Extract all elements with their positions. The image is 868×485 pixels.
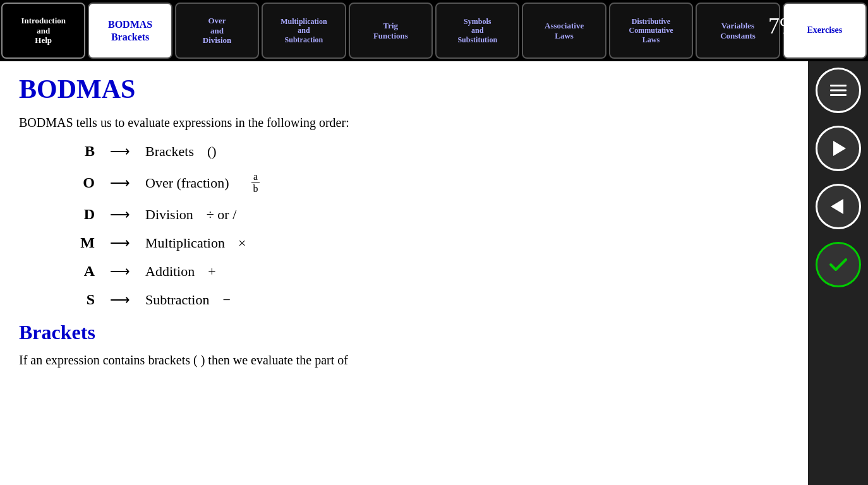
letter-b: B [69,143,95,160]
tab-multiplication[interactable]: MultiplicationandSubtraction [262,3,346,59]
desc-o: Over (fraction) a b [145,171,260,195]
tab-associative[interactable]: AssociativeLaws [522,3,606,59]
tab-trig[interactable]: TrigFunctions [349,3,433,59]
letter-a: A [69,263,95,280]
arrow-a: ⟶ [95,263,145,280]
svg-marker-4 [831,199,843,214]
page-heading: BODMAS [19,74,789,104]
desc-d: Division ÷ or / [145,207,236,223]
right-sidebar [808,61,868,485]
bodmas-row-b: B ⟶ Brackets () [69,143,789,160]
back-arrow-icon [827,195,850,218]
svg-rect-0 [830,85,847,87]
next-button[interactable] [816,126,861,171]
menu-icon [827,79,850,102]
bodmas-table: B ⟶ Brackets () O ⟶ Over (fraction) a b [69,143,789,308]
letter-d: D [69,206,95,223]
tab-variables[interactable]: VariablesConstants [696,3,780,59]
bodmas-row-m: M ⟶ Multiplication × [69,234,789,251]
desc-m: Multiplication × [145,235,246,251]
intro-text: BODMAS tells us to evaluate expressions … [19,116,789,130]
arrow-o: ⟶ [95,175,145,191]
desc-s: Subtraction − [145,292,231,308]
bodmas-row-o: O ⟶ Over (fraction) a b [69,171,789,195]
progress-indicator: 7% [768,13,799,39]
arrow-m: ⟶ [95,235,145,251]
bodmas-row-d: D ⟶ Division ÷ or / [69,206,789,223]
letter-s: S [69,291,95,308]
arrow-b: ⟶ [95,143,145,160]
arrow-s: ⟶ [95,292,145,308]
next-arrow-icon [827,137,850,160]
svg-rect-1 [830,90,847,92]
arrow-d: ⟶ [95,207,145,223]
svg-rect-2 [830,94,847,96]
check-button[interactable] [816,242,861,287]
letter-m: M [69,234,95,251]
tab-bodmas[interactable]: BODMASBrackets [88,3,172,59]
desc-b: Brackets () [145,143,217,160]
fraction-symbol: a b [251,171,260,195]
menu-button[interactable] [816,68,861,113]
letter-o: O [69,174,95,191]
bodmas-row-a: A ⟶ Addition + [69,263,789,280]
tab-symbols[interactable]: SymbolsandSubstitution [435,3,519,59]
desc-a: Addition + [145,263,216,280]
sub-heading-brackets: Brackets [19,321,789,344]
bodmas-row-s: S ⟶ Subtraction − [69,291,789,308]
check-icon [827,253,850,276]
tab-distributive[interactable]: DistributiveCommutativeLaws [609,3,693,59]
tab-introduction[interactable]: IntroductionandHelp [1,3,85,59]
bracket-intro-text: If an expression contains brackets ( ) t… [19,353,789,368]
navigation-bar: IntroductionandHelp BODMASBrackets Overa… [0,0,868,61]
tab-over-division[interactable]: OverandDivision [175,3,259,59]
content-area: BODMAS BODMAS tells us to evaluate expre… [0,61,808,485]
svg-marker-3 [833,141,846,156]
back-button[interactable] [816,184,861,229]
